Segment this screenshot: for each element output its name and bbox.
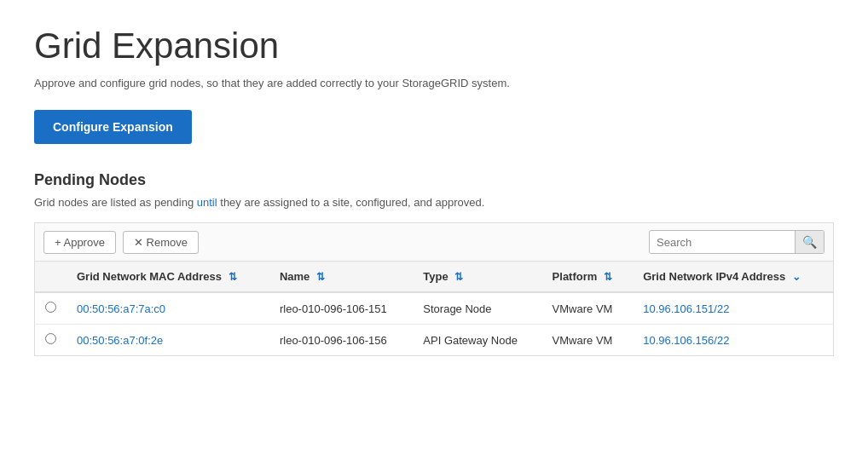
- col-mac: Grid Network MAC Address ⇅: [67, 262, 269, 293]
- select-all-header: [35, 262, 67, 293]
- node-type: Storage Node: [413, 292, 541, 325]
- page-subtitle: Approve and configure grid nodes, so tha…: [34, 77, 834, 89]
- table-body: 00:50:56:a7:7a:c0rleo-010-096-106-151Sto…: [35, 292, 834, 356]
- mac-address-link[interactable]: 00:50:56:a7:0f:2e: [77, 334, 163, 347]
- table-header-row: Grid Network MAC Address ⇅ Name ⇅ Type ⇅…: [35, 262, 834, 293]
- search-button[interactable]: 🔍: [795, 231, 824, 253]
- search-wrapper: 🔍: [649, 230, 825, 254]
- ipv4-address-link[interactable]: 10.96.106.156/22: [643, 334, 729, 347]
- ipv4-address-link[interactable]: 10.96.106.151/22: [643, 302, 729, 315]
- pending-nodes-table: Grid Network MAC Address ⇅ Name ⇅ Type ⇅…: [34, 261, 834, 356]
- col-ipv4: Grid Network IPv4 Address ⌄: [633, 262, 833, 293]
- configure-expansion-button[interactable]: Configure Expansion: [34, 110, 192, 144]
- mac-address-link[interactable]: 00:50:56:a7:7a:c0: [77, 302, 165, 315]
- table-row: 00:50:56:a7:7a:c0rleo-010-096-106-151Sto…: [35, 292, 834, 325]
- row-radio-1[interactable]: [45, 333, 56, 344]
- until-link[interactable]: until: [197, 196, 217, 209]
- sort-ipv4-icon[interactable]: ⌄: [792, 271, 801, 283]
- table-toolbar: + Approve ✕ Remove 🔍: [34, 222, 834, 261]
- sort-name-icon[interactable]: ⇅: [316, 271, 325, 283]
- approve-button[interactable]: + Approve: [43, 231, 116, 254]
- col-name: Name ⇅: [269, 262, 413, 293]
- remove-button[interactable]: ✕ Remove: [123, 231, 199, 254]
- pending-nodes-title: Pending Nodes: [34, 171, 834, 189]
- table-row: 00:50:56:a7:0f:2erleo-010-096-106-156API…: [35, 325, 834, 356]
- sort-mac-icon[interactable]: ⇅: [229, 271, 237, 283]
- row-radio-0[interactable]: [45, 302, 56, 313]
- pending-nodes-description: Grid nodes are listed as pending until t…: [34, 196, 834, 209]
- toolbar-actions: + Approve ✕ Remove: [43, 231, 199, 254]
- page-title: Grid Expansion: [34, 26, 834, 66]
- sort-type-icon[interactable]: ⇅: [454, 271, 463, 283]
- node-platform: VMware VM: [542, 325, 634, 356]
- col-platform: Platform ⇅: [542, 262, 634, 293]
- node-name: rleo-010-096-106-151: [269, 292, 413, 325]
- search-input[interactable]: [650, 232, 795, 253]
- node-type: API Gateway Node: [413, 325, 541, 356]
- node-platform: VMware VM: [542, 292, 634, 325]
- node-name: rleo-010-096-106-156: [269, 325, 413, 356]
- sort-platform-icon[interactable]: ⇅: [604, 271, 612, 283]
- col-type: Type ⇅: [413, 262, 541, 293]
